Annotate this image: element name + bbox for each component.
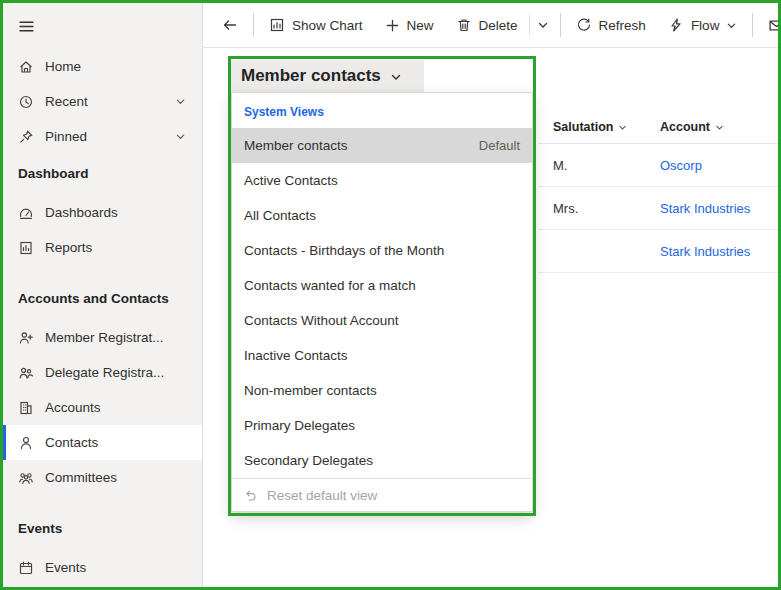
account-link[interactable]: Stark Industries <box>660 201 750 216</box>
building-icon <box>18 400 34 416</box>
system-views-header: System Views <box>232 93 532 128</box>
sidebar-item-label: Pinned <box>45 129 87 144</box>
sidebar-item-label: Delegate Registra... <box>45 365 164 380</box>
view-option-secondary-delegates[interactable]: Secondary Delegates <box>232 443 532 478</box>
view-option-inactive-contacts[interactable]: Inactive Contacts <box>232 338 532 373</box>
sidebar-item-label: Recent <box>45 94 88 109</box>
view-option-primary-delegates[interactable]: Primary Delegates <box>232 408 532 443</box>
table-row[interactable]: Mrs. Stark Industries <box>538 187 778 230</box>
view-option-label: Primary Delegates <box>244 418 355 433</box>
view-option-label: Non-member contacts <box>244 383 377 398</box>
sidebar-section-events: Events <box>3 521 202 536</box>
sidebar-section-dashboard: Dashboard <box>3 166 202 181</box>
delete-dropdown-button[interactable] <box>530 8 556 42</box>
chevron-down-icon <box>726 20 737 31</box>
default-badge: Default <box>479 138 520 153</box>
chevron-down-icon[interactable] <box>175 96 186 107</box>
sidebar-item-label: Dashboards <box>45 205 118 220</box>
reset-default-view-label: Reset default view <box>267 488 377 503</box>
chart-icon <box>269 17 285 33</box>
view-option-label: Contacts Without Account <box>244 313 399 328</box>
divider <box>752 13 753 37</box>
account-link[interactable]: Stark Industries <box>660 244 750 259</box>
account-link[interactable]: Oscorp <box>660 158 702 173</box>
view-option-label: Secondary Delegates <box>244 453 373 468</box>
back-button[interactable] <box>211 8 249 42</box>
button-label: New <box>407 18 434 33</box>
pin-icon <box>18 129 34 145</box>
clock-icon <box>18 94 34 110</box>
flow-button[interactable]: Flow <box>657 8 749 42</box>
column-header-label: Account <box>660 120 710 134</box>
view-selector-title: Member contacts <box>241 66 381 86</box>
trash-icon <box>456 17 472 33</box>
sidebar-item-contacts[interactable]: Contacts <box>3 425 202 460</box>
view-option-active-contacts[interactable]: Active Contacts <box>232 163 532 198</box>
column-header-label: Salutation <box>553 120 613 134</box>
button-label: Delete <box>479 18 518 33</box>
sidebar-item-label: Committees <box>45 470 117 485</box>
table-row[interactable]: M. Oscorp <box>538 144 778 187</box>
person-icon <box>18 435 34 451</box>
column-header-salutation[interactable]: Salutation <box>538 120 660 134</box>
refresh-button[interactable]: Refresh <box>565 8 657 42</box>
view-option-label: Inactive Contacts <box>244 348 348 363</box>
sidebar-item-label: Events <box>45 560 86 575</box>
sidebar-item-accounts[interactable]: Accounts <box>3 390 202 425</box>
view-option-all-contacts[interactable]: All Contacts <box>232 198 532 233</box>
view-option-contacts-birthdays[interactable]: Contacts - Birthdays of the Month <box>232 233 532 268</box>
report-icon <box>18 240 34 256</box>
salutation-cell: M. <box>553 158 567 173</box>
button-label: Show Chart <box>292 18 363 33</box>
hamburger-icon <box>18 18 35 35</box>
divider <box>253 13 254 37</box>
view-option-non-member-contacts[interactable]: Non-member contacts <box>232 373 532 408</box>
divider <box>560 13 561 37</box>
view-option-contacts-wanted-match[interactable]: Contacts wanted for a match <box>232 268 532 303</box>
home-icon <box>18 59 34 75</box>
dashboard-icon <box>18 205 34 221</box>
plus-icon <box>385 18 400 33</box>
grid-header-row: Salutation Account <box>538 111 778 144</box>
sidebar-item-committees[interactable]: Committees <box>3 460 202 495</box>
flow-icon <box>668 17 684 33</box>
back-arrow-icon <box>222 17 238 33</box>
sidebar-item-label: Home <box>45 59 81 74</box>
show-chart-button[interactable]: Show Chart <box>258 8 374 42</box>
salutation-cell: Mrs. <box>553 201 578 216</box>
sidebar: Home Recent Pinned Dashboard Dashboards … <box>3 3 203 587</box>
sidebar-item-label: Reports <box>45 240 92 255</box>
email-link-button[interactable] <box>757 8 778 42</box>
sidebar-item-label: Accounts <box>45 400 101 415</box>
command-bar: Show Chart New Delete Refresh Flow <box>203 3 778 48</box>
people-group-icon <box>18 470 34 486</box>
chevron-down-icon <box>537 19 549 31</box>
sidebar-item-recent[interactable]: Recent <box>3 84 202 119</box>
undo-icon <box>244 488 258 502</box>
view-option-label: Active Contacts <box>244 173 338 188</box>
button-label: Refresh <box>599 18 646 33</box>
sidebar-item-pinned[interactable]: Pinned <box>3 119 202 154</box>
chevron-down-icon[interactable] <box>175 131 186 142</box>
view-option-label: Contacts wanted for a match <box>244 278 416 293</box>
view-option-member-contacts[interactable]: Member contacts Default <box>232 128 532 163</box>
sidebar-item-member-registration[interactable]: Member Registrat... <box>3 320 202 355</box>
table-row[interactable]: Stark Industries <box>538 230 778 273</box>
delete-button[interactable]: Delete <box>445 8 529 42</box>
sidebar-section-accounts-and-contacts: Accounts and Contacts <box>3 291 202 306</box>
new-button[interactable]: New <box>374 8 445 42</box>
sidebar-item-reports[interactable]: Reports <box>3 230 202 265</box>
reset-default-view-button[interactable]: Reset default view <box>232 478 532 511</box>
sidebar-item-dashboards[interactable]: Dashboards <box>3 195 202 230</box>
chevron-down-icon <box>715 123 724 132</box>
email-icon <box>768 17 778 34</box>
view-selector-button[interactable]: Member contacts <box>231 60 424 92</box>
chevron-down-icon <box>618 123 627 132</box>
column-header-account[interactable]: Account <box>660 120 778 134</box>
sidebar-item-delegate-registration[interactable]: Delegate Registra... <box>3 355 202 390</box>
view-option-contacts-without-account[interactable]: Contacts Without Account <box>232 303 532 338</box>
hamburger-menu-button[interactable] <box>3 3 202 49</box>
view-option-label: Contacts - Birthdays of the Month <box>244 243 444 258</box>
sidebar-item-home[interactable]: Home <box>3 49 202 84</box>
sidebar-item-events[interactable]: Events <box>3 550 202 585</box>
